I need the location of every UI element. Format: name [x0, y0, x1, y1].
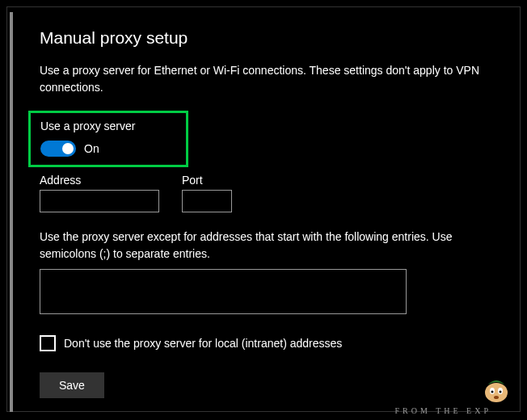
port-label: Port: [182, 174, 232, 187]
svg-point-3: [491, 391, 494, 393]
port-field-group: Port: [182, 174, 232, 212]
page-description: Use a proxy server for Ethernet or Wi-Fi…: [40, 62, 491, 96]
scrollbar[interactable]: [10, 12, 13, 412]
mascot-icon: [480, 368, 512, 404]
proxy-toggle-label: Use a proxy server: [40, 120, 176, 132]
exceptions-input[interactable]: [40, 269, 407, 314]
save-button[interactable]: Save: [40, 372, 104, 398]
watermark-text: FROM THE EXP: [395, 406, 492, 415]
port-input[interactable]: [182, 190, 232, 212]
address-field-group: Address: [40, 174, 159, 212]
svg-point-5: [494, 396, 499, 399]
local-bypass-checkbox[interactable]: [40, 335, 56, 351]
proxy-toggle-highlight: Use a proxy server On: [28, 111, 188, 167]
proxy-toggle-switch[interactable]: [40, 141, 76, 157]
proxy-toggle-row: On: [40, 141, 176, 157]
settings-panel: Manual proxy setup Use a proxy server fo…: [6, 6, 521, 412]
address-input[interactable]: [40, 190, 159, 212]
page-title: Manual proxy setup: [40, 28, 491, 48]
content-area: Manual proxy setup Use a proxy server fo…: [7, 7, 520, 418]
address-port-row: Address Port: [40, 174, 491, 212]
proxy-toggle-state: On: [84, 142, 99, 155]
local-bypass-label: Don't use the proxy server for local (in…: [64, 337, 342, 350]
toggle-knob: [62, 143, 74, 154]
exceptions-description: Use the proxy server except for addresse…: [40, 229, 491, 262]
local-bypass-row: Don't use the proxy server for local (in…: [40, 335, 491, 351]
svg-point-4: [500, 391, 502, 393]
address-label: Address: [40, 174, 159, 187]
svg-point-0: [485, 383, 508, 402]
